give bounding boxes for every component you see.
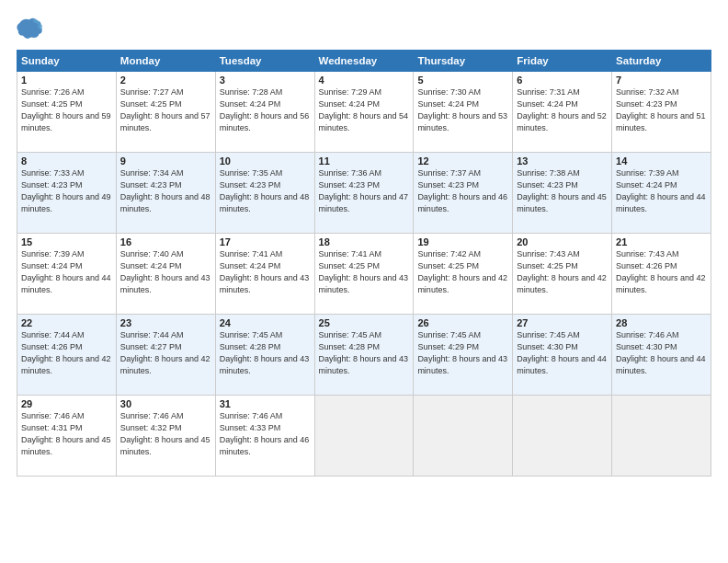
day-info: Sunrise: 7:31 AMSunset: 4:24 PMDaylight:… <box>517 86 608 134</box>
calendar-cell: 7Sunrise: 7:32 AMSunset: 4:23 PMDaylight… <box>612 72 711 153</box>
day-number: 19 <box>417 236 508 247</box>
day-number: 20 <box>517 236 608 247</box>
header <box>17 15 711 40</box>
day-info: Sunrise: 7:43 AMSunset: 4:25 PMDaylight:… <box>517 248 608 296</box>
day-number: 28 <box>616 317 707 328</box>
day-number: 10 <box>220 155 311 167</box>
col-header-sunday: Sunday <box>17 51 117 72</box>
day-number: 12 <box>417 155 508 167</box>
day-info: Sunrise: 7:39 AMSunset: 4:24 PMDaylight:… <box>21 248 112 296</box>
day-info: Sunrise: 7:45 AMSunset: 4:30 PMDaylight:… <box>517 329 608 377</box>
col-header-tuesday: Tuesday <box>215 51 314 72</box>
calendar-cell <box>314 396 414 477</box>
day-info: Sunrise: 7:42 AMSunset: 4:25 PMDaylight:… <box>417 248 508 296</box>
calendar-cell: 27Sunrise: 7:45 AMSunset: 4:30 PMDayligh… <box>513 315 612 396</box>
day-info: Sunrise: 7:44 AMSunset: 4:26 PMDaylight:… <box>21 329 112 377</box>
day-number: 16 <box>120 236 211 247</box>
day-number: 18 <box>319 236 410 247</box>
logo-icon <box>17 15 42 40</box>
day-info: Sunrise: 7:41 AMSunset: 4:25 PMDaylight:… <box>319 248 410 296</box>
calendar-cell: 25Sunrise: 7:45 AMSunset: 4:28 PMDayligh… <box>314 315 414 396</box>
day-info: Sunrise: 7:45 AMSunset: 4:29 PMDaylight:… <box>417 329 508 377</box>
day-info: Sunrise: 7:29 AMSunset: 4:24 PMDaylight:… <box>319 86 410 134</box>
day-number: 1 <box>21 75 112 86</box>
week-row-2: 8Sunrise: 7:33 AMSunset: 4:23 PMDaylight… <box>17 153 711 234</box>
calendar-table: SundayMondayTuesdayWednesdayThursdayFrid… <box>17 50 711 477</box>
calendar-cell: 21Sunrise: 7:43 AMSunset: 4:26 PMDayligh… <box>612 234 711 315</box>
calendar-cell: 12Sunrise: 7:37 AMSunset: 4:23 PMDayligh… <box>414 153 513 234</box>
day-number: 31 <box>220 398 311 409</box>
week-row-1: 1Sunrise: 7:26 AMSunset: 4:25 PMDaylight… <box>17 72 711 153</box>
col-header-wednesday: Wednesday <box>314 51 414 72</box>
day-number: 8 <box>21 155 112 167</box>
day-number: 30 <box>120 398 211 409</box>
day-number: 25 <box>319 317 410 328</box>
calendar-cell: 14Sunrise: 7:39 AMSunset: 4:24 PMDayligh… <box>612 153 711 234</box>
day-number: 29 <box>21 398 112 409</box>
day-info: Sunrise: 7:43 AMSunset: 4:26 PMDaylight:… <box>616 248 707 296</box>
calendar-cell: 4Sunrise: 7:29 AMSunset: 4:24 PMDaylight… <box>314 72 414 153</box>
calendar-cell: 8Sunrise: 7:33 AMSunset: 4:23 PMDaylight… <box>17 153 117 234</box>
calendar-cell: 9Sunrise: 7:34 AMSunset: 4:23 PMDaylight… <box>116 153 215 234</box>
day-number: 2 <box>120 75 211 86</box>
calendar-cell: 23Sunrise: 7:44 AMSunset: 4:27 PMDayligh… <box>116 315 215 396</box>
calendar-cell: 10Sunrise: 7:35 AMSunset: 4:23 PMDayligh… <box>215 153 314 234</box>
day-number: 3 <box>220 75 311 86</box>
calendar-cell: 22Sunrise: 7:44 AMSunset: 4:26 PMDayligh… <box>17 315 117 396</box>
calendar-cell: 13Sunrise: 7:38 AMSunset: 4:23 PMDayligh… <box>513 153 612 234</box>
day-info: Sunrise: 7:46 AMSunset: 4:31 PMDaylight:… <box>21 410 112 458</box>
calendar-cell: 29Sunrise: 7:46 AMSunset: 4:31 PMDayligh… <box>17 396 117 477</box>
day-info: Sunrise: 7:28 AMSunset: 4:24 PMDaylight:… <box>220 86 311 134</box>
day-info: Sunrise: 7:37 AMSunset: 4:23 PMDaylight:… <box>417 167 508 215</box>
calendar-cell <box>513 396 612 477</box>
page: SundayMondayTuesdayWednesdayThursdayFrid… <box>0 0 728 563</box>
calendar-cell: 15Sunrise: 7:39 AMSunset: 4:24 PMDayligh… <box>17 234 117 315</box>
day-info: Sunrise: 7:46 AMSunset: 4:32 PMDaylight:… <box>120 410 211 458</box>
calendar-cell: 19Sunrise: 7:42 AMSunset: 4:25 PMDayligh… <box>414 234 513 315</box>
day-info: Sunrise: 7:33 AMSunset: 4:23 PMDaylight:… <box>21 167 112 215</box>
day-number: 4 <box>319 75 410 86</box>
calendar-cell: 24Sunrise: 7:45 AMSunset: 4:28 PMDayligh… <box>215 315 314 396</box>
day-info: Sunrise: 7:38 AMSunset: 4:23 PMDaylight:… <box>517 167 608 215</box>
day-number: 27 <box>517 317 608 328</box>
col-header-friday: Friday <box>513 51 612 72</box>
day-info: Sunrise: 7:30 AMSunset: 4:24 PMDaylight:… <box>417 86 508 134</box>
day-info: Sunrise: 7:46 AMSunset: 4:30 PMDaylight:… <box>616 329 707 377</box>
day-info: Sunrise: 7:41 AMSunset: 4:24 PMDaylight:… <box>220 248 311 296</box>
day-info: Sunrise: 7:26 AMSunset: 4:25 PMDaylight:… <box>21 86 112 134</box>
day-info: Sunrise: 7:45 AMSunset: 4:28 PMDaylight:… <box>319 329 410 377</box>
day-info: Sunrise: 7:27 AMSunset: 4:25 PMDaylight:… <box>120 86 211 134</box>
calendar-cell: 28Sunrise: 7:46 AMSunset: 4:30 PMDayligh… <box>612 315 711 396</box>
day-number: 13 <box>517 155 608 167</box>
week-row-5: 29Sunrise: 7:46 AMSunset: 4:31 PMDayligh… <box>17 396 711 477</box>
calendar-cell: 31Sunrise: 7:46 AMSunset: 4:33 PMDayligh… <box>215 396 314 477</box>
day-number: 24 <box>220 317 311 328</box>
col-header-thursday: Thursday <box>414 51 513 72</box>
day-info: Sunrise: 7:35 AMSunset: 4:23 PMDaylight:… <box>220 167 311 215</box>
day-number: 17 <box>220 236 311 247</box>
calendar-cell: 20Sunrise: 7:43 AMSunset: 4:25 PMDayligh… <box>513 234 612 315</box>
day-info: Sunrise: 7:46 AMSunset: 4:33 PMDaylight:… <box>220 410 311 458</box>
day-number: 7 <box>616 75 707 86</box>
day-number: 23 <box>120 317 211 328</box>
calendar-cell: 17Sunrise: 7:41 AMSunset: 4:24 PMDayligh… <box>215 234 314 315</box>
day-number: 15 <box>21 236 112 247</box>
week-row-4: 22Sunrise: 7:44 AMSunset: 4:26 PMDayligh… <box>17 315 711 396</box>
day-number: 11 <box>319 155 410 167</box>
day-number: 9 <box>120 155 211 167</box>
day-info: Sunrise: 7:39 AMSunset: 4:24 PMDaylight:… <box>616 167 707 215</box>
calendar-cell <box>414 396 513 477</box>
calendar-cell: 16Sunrise: 7:40 AMSunset: 4:24 PMDayligh… <box>116 234 215 315</box>
day-number: 14 <box>616 155 707 167</box>
day-number: 6 <box>517 75 608 86</box>
day-number: 22 <box>21 317 112 328</box>
calendar-cell: 1Sunrise: 7:26 AMSunset: 4:25 PMDaylight… <box>17 72 117 153</box>
calendar-cell: 11Sunrise: 7:36 AMSunset: 4:23 PMDayligh… <box>314 153 414 234</box>
calendar-cell: 2Sunrise: 7:27 AMSunset: 4:25 PMDaylight… <box>116 72 215 153</box>
day-info: Sunrise: 7:44 AMSunset: 4:27 PMDaylight:… <box>120 329 211 377</box>
day-number: 5 <box>417 75 508 86</box>
day-info: Sunrise: 7:32 AMSunset: 4:23 PMDaylight:… <box>616 86 707 134</box>
calendar-cell: 5Sunrise: 7:30 AMSunset: 4:24 PMDaylight… <box>414 72 513 153</box>
calendar-cell: 6Sunrise: 7:31 AMSunset: 4:24 PMDaylight… <box>513 72 612 153</box>
logo <box>17 15 46 40</box>
